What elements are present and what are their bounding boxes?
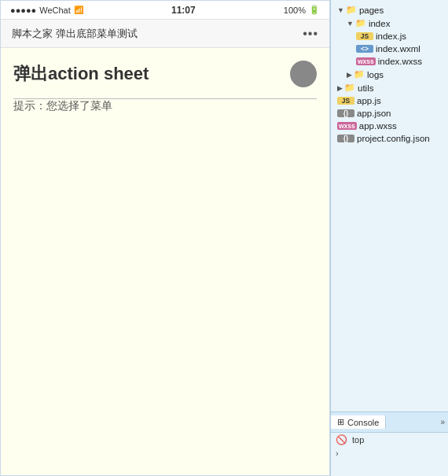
signal-icon: ●●●●● <box>10 6 36 15</box>
tree-item-logs[interactable]: ▶ 📁 logs <box>331 68 448 81</box>
arrow-icon: ▼ <box>347 20 354 28</box>
tree-item-index[interactable]: ▼ 📁 index <box>331 17 448 30</box>
phone-content: 弹出action sheet 提示：您选择了菜单 <box>1 48 329 475</box>
status-bar: ●●●●● WeChat 📶 11:07 100% 🔋 <box>1 1 329 20</box>
file-panel: ▼ 📁 pages ▼ 📁 index JS index.js <> index… <box>330 0 448 476</box>
tree-label: index.wxss <box>378 57 422 66</box>
tree-item-project-json[interactable]: {} project.config.json <box>331 132 448 145</box>
tab-console[interactable]: ⊞ Console <box>331 415 386 429</box>
json-badge: {} <box>337 109 354 117</box>
phone-panel: ●●●●● WeChat 📶 11:07 100% 🔋 脚本之家 弹出底部菜单测… <box>0 0 330 476</box>
xml-badge: <> <box>356 45 373 53</box>
tree-label: app.js <box>357 96 381 105</box>
folder-icon: 📁 <box>346 5 357 15</box>
folder-icon: 📁 <box>355 18 366 28</box>
tab-label: Console <box>347 418 379 427</box>
chevron-icon: › <box>336 448 339 458</box>
tree-item-pages[interactable]: ▼ 📁 pages <box>331 3 448 17</box>
json-badge: {} <box>337 135 354 142</box>
tab-icon: ⊞ <box>337 417 344 427</box>
tab-expand-icon[interactable]: » <box>440 418 448 426</box>
tree-item-app-json[interactable]: {} app.json <box>331 107 448 120</box>
nav-title: 脚本之家 弹出底部菜单测试 <box>12 27 138 41</box>
console-row: 🚫 top <box>336 434 443 445</box>
tree-label: project.config.json <box>357 134 430 143</box>
nav-dots[interactable]: ••• <box>303 27 318 41</box>
carrier-label: WeChat <box>39 6 71 15</box>
tree-item-app-wxss[interactable]: wxss app.wxss <box>331 120 448 132</box>
tree-item-index-js[interactable]: JS index.js <box>331 30 448 42</box>
arrow-icon: ▼ <box>337 6 344 14</box>
tree-label: index.js <box>376 31 406 41</box>
folder-icon: 📁 <box>344 83 355 93</box>
tree-label: utils <box>358 83 373 93</box>
js-badge: JS <box>356 32 373 40</box>
tree-label: app.wxss <box>359 121 397 131</box>
status-bar-right: 100% 🔋 <box>284 5 320 15</box>
bottom-panel: ⊞ Console » 🚫 top › <box>331 411 448 476</box>
wifi-icon: 📶 <box>74 6 83 14</box>
tree-label: index.wxml <box>376 44 420 54</box>
battery-percent: 100% <box>284 6 306 15</box>
js-badge: JS <box>337 97 354 105</box>
bottom-tabs: ⊞ Console » <box>331 412 448 433</box>
tree-item-index-wxss[interactable]: wxss index.wxss <box>331 55 448 68</box>
tree-item-app-js[interactable]: JS app.js <box>331 94 448 107</box>
tree-label: app.json <box>357 109 391 118</box>
console-area: 🚫 top › <box>331 433 448 476</box>
arrow-icon: ▶ <box>337 84 343 92</box>
wxss-badge: wxss <box>356 57 376 65</box>
status-time: 11:07 <box>171 5 196 16</box>
status-bar-left: ●●●●● WeChat 📶 <box>10 6 83 15</box>
action-sheet-title: 弹出action sheet <box>13 61 317 87</box>
folder-icon: 📁 <box>354 69 365 79</box>
tree-item-index-wxml[interactable]: <> index.wxml <box>331 42 448 55</box>
tree-label: index <box>369 19 391 28</box>
file-tree: ▼ 📁 pages ▼ 📁 index JS index.js <> index… <box>331 0 448 411</box>
console-input[interactable] <box>342 448 413 458</box>
tree-item-utils[interactable]: ▶ 📁 utils <box>331 81 448 94</box>
tree-label: logs <box>367 70 384 79</box>
console-input-row[interactable]: › <box>336 447 443 458</box>
wxss-badge: wxss <box>337 122 357 130</box>
arrow-icon: ▶ <box>347 71 352 79</box>
nav-bar: 脚本之家 弹出底部菜单测试 ••• <box>1 20 329 48</box>
console-text: top <box>352 435 364 445</box>
console-block-icon: 🚫 <box>336 434 347 445</box>
hint-text: 提示：您选择了菜单 <box>13 99 317 113</box>
battery-icon: 🔋 <box>309 5 320 15</box>
tree-label: pages <box>359 6 384 15</box>
